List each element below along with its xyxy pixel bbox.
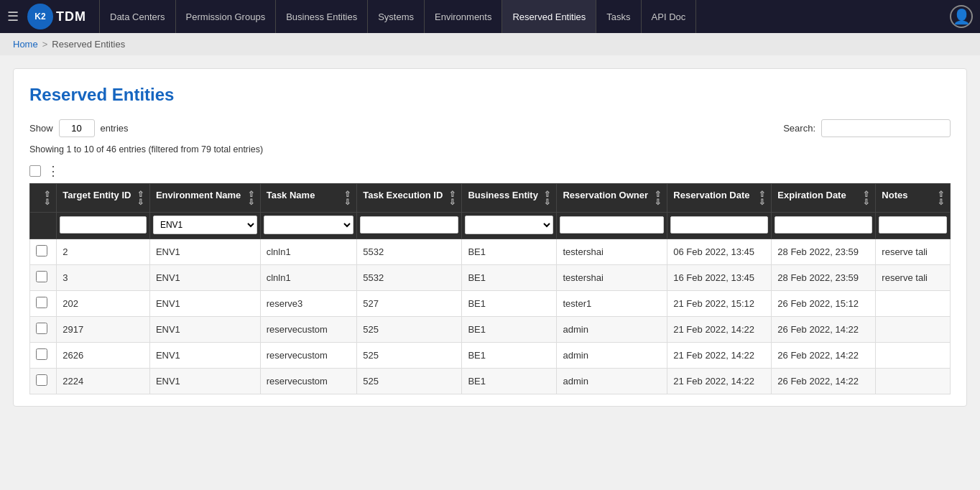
sort-check-icon[interactable]: ⇧⇩	[44, 190, 50, 206]
sort-target-icon[interactable]: ⇧⇩	[137, 190, 144, 206]
nav-permission-groups[interactable]: Permission Groups	[176, 0, 277, 33]
filter-exec-input[interactable]	[360, 216, 458, 234]
row-business-entity: BE1	[462, 291, 557, 317]
row-reservation-date: 21 Feb 2022, 14:22	[667, 317, 772, 343]
row-reservation-owner: admin	[557, 317, 667, 343]
filter-owner-input[interactable]	[560, 216, 664, 234]
table-actions-menu[interactable]: ⋮	[47, 163, 60, 179]
page-title: Reserved Entities	[29, 85, 951, 105]
table-actions: ⋮	[29, 163, 951, 179]
sort-exec-icon[interactable]: ⇧⇩	[449, 190, 456, 206]
row-checkbox[interactable]	[36, 297, 47, 308]
row-reservation-owner: testershai	[557, 239, 667, 265]
row-target-entity-id: 3	[57, 265, 150, 291]
filter-resdate	[667, 213, 772, 239]
row-checkbox[interactable]	[36, 245, 47, 256]
search-input[interactable]	[821, 119, 951, 137]
row-environment-name: ENV1	[149, 265, 260, 291]
col-header-target-entity-id: Target Entity ID ⇧⇩	[57, 184, 150, 213]
row-reservation-owner: admin	[557, 343, 667, 369]
nav-business-entities[interactable]: Business Entities	[276, 0, 368, 33]
sort-notes-icon[interactable]: ⇧⇩	[938, 190, 944, 206]
row-business-entity: BE1	[462, 369, 557, 394]
row-task-execution-id: 525	[357, 369, 462, 394]
sort-expdate-icon[interactable]: ⇧⇩	[863, 190, 869, 206]
sort-owner-icon[interactable]: ⇧⇩	[655, 190, 661, 206]
filter-check	[30, 213, 57, 239]
entries-input[interactable]	[59, 119, 95, 137]
row-task-name: clnln1	[260, 265, 357, 291]
breadcrumb: Home > Reserved Entities	[0, 33, 980, 55]
filter-owner	[557, 213, 667, 239]
brand-logo: K2 TDM	[27, 4, 86, 29]
col-header-check: ⇧⇩	[30, 184, 57, 213]
search-label: Search:	[783, 123, 815, 134]
table-body: 2ENV1clnln15532BE1testershai06 Feb 2022,…	[30, 239, 951, 394]
row-environment-name: ENV1	[149, 317, 260, 343]
nav-api-doc[interactable]: API Doc	[642, 0, 697, 33]
col-header-expiration-date: Expiration Date ⇧⇩	[772, 184, 876, 213]
filter-env-select[interactable]: ENV1	[153, 216, 257, 234]
row-target-entity-id: 2626	[57, 343, 150, 369]
filter-be	[462, 213, 557, 239]
row-notes: reserve tali	[876, 239, 951, 265]
row-environment-name: ENV1	[149, 343, 260, 369]
row-expiration-date: 28 Feb 2022, 23:59	[772, 239, 876, 265]
select-all-checkbox[interactable]	[29, 165, 41, 177]
row-business-entity: BE1	[462, 317, 557, 343]
row-notes	[876, 343, 951, 369]
filter-target	[57, 213, 150, 239]
row-environment-name: ENV1	[149, 369, 260, 394]
row-notes: reserve tali	[876, 265, 951, 291]
filter-target-input[interactable]	[60, 216, 147, 234]
row-reservation-date: 21 Feb 2022, 15:12	[667, 291, 772, 317]
filter-be-select[interactable]	[465, 216, 553, 234]
col-header-task-execution-id: Task Execution ID ⇧⇩	[357, 184, 462, 213]
col-header-business-entity: Business Entity ⇧⇩	[462, 184, 557, 213]
breadcrumb-home[interactable]: Home	[13, 39, 38, 50]
row-target-entity-id: 202	[57, 291, 150, 317]
row-check-cell	[30, 291, 57, 317]
row-check-cell	[30, 369, 57, 394]
filter-expdate-input[interactable]	[775, 216, 872, 234]
filter-notes-input[interactable]	[879, 216, 947, 234]
row-target-entity-id: 2224	[57, 369, 150, 394]
row-reservation-date: 21 Feb 2022, 14:22	[667, 343, 772, 369]
nav-environments[interactable]: Environments	[425, 0, 502, 33]
row-environment-name: ENV1	[149, 239, 260, 265]
hamburger-icon[interactable]: ☰	[7, 9, 19, 24]
row-checkbox[interactable]	[36, 348, 47, 360]
nav-systems[interactable]: Systems	[368, 0, 425, 33]
table-row: 2ENV1clnln15532BE1testershai06 Feb 2022,…	[30, 239, 951, 265]
nav-reserved-entities[interactable]: Reserved Entities	[502, 0, 596, 33]
filter-resdate-input[interactable]	[670, 216, 768, 234]
row-checkbox[interactable]	[36, 323, 47, 334]
nav-data-centers[interactable]: Data Centers	[99, 0, 176, 33]
row-task-name: reservecustom	[260, 343, 357, 369]
user-profile-icon[interactable]: 👤	[950, 5, 973, 28]
sort-env-icon[interactable]: ⇧⇩	[248, 190, 254, 206]
breadcrumb-current: Reserved Entities	[52, 39, 125, 50]
sort-be-icon[interactable]: ⇧⇩	[544, 190, 550, 206]
nav-tasks[interactable]: Tasks	[596, 0, 641, 33]
row-checkbox[interactable]	[36, 271, 47, 282]
col-label-task: Task Name	[267, 190, 315, 200]
filter-task-select[interactable]	[264, 216, 354, 234]
info-text: Showing 1 to 10 of 46 entries (filtered …	[29, 144, 951, 154]
sort-task-icon[interactable]: ⇧⇩	[344, 190, 351, 206]
col-label-exec: Task Execution ID	[363, 190, 443, 200]
row-task-execution-id: 5532	[357, 239, 462, 265]
breadcrumb-separator: >	[42, 39, 48, 50]
row-checkbox[interactable]	[36, 374, 47, 386]
row-reservation-date: 16 Feb 2022, 13:45	[667, 265, 772, 291]
entries-label: entries	[101, 123, 129, 134]
table-row: 2917ENV1reservecustom525BE1admin21 Feb 2…	[30, 317, 951, 343]
row-reservation-owner: testershai	[557, 265, 667, 291]
table-row: 3ENV1clnln15532BE1testershai16 Feb 2022,…	[30, 265, 951, 291]
filter-exec	[357, 213, 462, 239]
row-task-execution-id: 527	[357, 291, 462, 317]
row-environment-name: ENV1	[149, 291, 260, 317]
sort-resdate-icon[interactable]: ⇧⇩	[759, 190, 765, 206]
row-task-execution-id: 525	[357, 343, 462, 369]
col-label-be: Business Entity	[468, 190, 538, 200]
